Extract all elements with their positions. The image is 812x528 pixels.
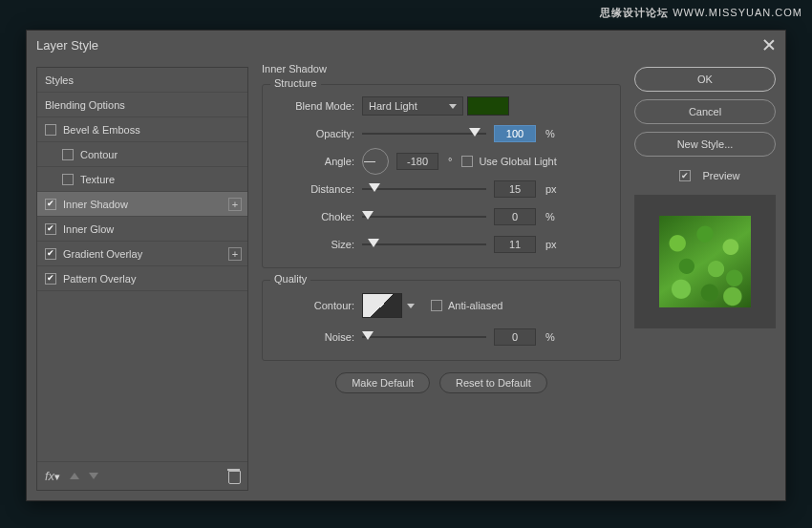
choke-input[interactable]: 0 xyxy=(494,208,536,225)
style-label: Texture xyxy=(80,174,115,185)
trash-icon[interactable] xyxy=(227,469,240,483)
size-slider[interactable] xyxy=(362,238,486,251)
style-row-inner-glow[interactable]: Inner Glow xyxy=(37,217,247,242)
make-default-button[interactable]: Make Default xyxy=(335,372,430,393)
dialog-title: Layer Style xyxy=(36,38,98,53)
style-checkbox[interactable] xyxy=(45,199,56,210)
watermark-url: WWW.MISSYUAN.COM xyxy=(673,7,802,18)
style-label: Blending Options xyxy=(45,99,125,111)
chevron-down-icon xyxy=(407,304,415,308)
preview-row: Preview xyxy=(634,170,776,181)
angle-dial[interactable] xyxy=(362,148,389,175)
style-checkbox[interactable] xyxy=(45,273,56,285)
opacity-label: Opacity: xyxy=(276,128,362,139)
quality-legend: Quality xyxy=(270,273,310,285)
choke-row: Choke: 0 % xyxy=(276,207,607,226)
opacity-input[interactable]: 100 xyxy=(494,125,536,142)
size-input[interactable]: 11 xyxy=(494,236,536,253)
structure-legend: Structure xyxy=(270,77,321,89)
size-label: Size: xyxy=(276,239,362,250)
quality-fieldset: Quality Contour: Anti-aliased Noise: 0 % xyxy=(262,280,621,361)
noise-label: Noise: xyxy=(276,331,362,343)
add-effect-icon[interactable]: + xyxy=(228,198,242,211)
noise-slider[interactable] xyxy=(362,330,486,344)
preview-label: Preview xyxy=(702,170,739,181)
use-global-light-label: Use Global Light xyxy=(479,156,556,167)
add-effect-icon[interactable]: + xyxy=(228,247,242,261)
blend-mode-value: Hard Light xyxy=(369,100,417,112)
cancel-button[interactable]: Cancel xyxy=(634,99,776,124)
style-row-inner-shadow[interactable]: Inner Shadow+ xyxy=(37,192,247,217)
close-icon[interactable] xyxy=(762,38,776,52)
angle-input[interactable]: -180 xyxy=(396,153,438,170)
contour-picker[interactable] xyxy=(362,293,402,318)
settings-panel: Inner Shadow Structure Blend Mode: Hard … xyxy=(258,67,625,491)
blend-mode-row: Blend Mode: Hard Light xyxy=(276,96,607,116)
anti-aliased-label: Anti-aliased xyxy=(448,300,502,311)
chevron-down-icon xyxy=(449,104,457,109)
dialog-body: StylesBlending OptionsBevel & EmbossCont… xyxy=(27,59,785,500)
blend-mode-select[interactable]: Hard Light xyxy=(362,96,463,116)
anti-aliased-checkbox[interactable] xyxy=(431,300,442,311)
right-column: OK Cancel New Style... Preview xyxy=(634,67,776,491)
dialog-titlebar[interactable]: Layer Style xyxy=(27,31,785,59)
style-checkbox[interactable] xyxy=(45,223,56,235)
style-row-gradient-overlay[interactable]: Gradient Overlay+ xyxy=(37,242,247,266)
ok-button[interactable]: OK xyxy=(634,67,776,92)
fx-icon[interactable]: fx▾ xyxy=(45,469,60,483)
preview-thumbnail xyxy=(634,195,776,328)
style-checkbox[interactable] xyxy=(62,174,74,185)
structure-fieldset: Structure Blend Mode: Hard Light Opacity… xyxy=(262,84,621,268)
style-row-bevel-emboss[interactable]: Bevel & Emboss xyxy=(37,117,247,142)
style-row-contour[interactable]: Contour xyxy=(37,142,247,167)
distance-slider[interactable] xyxy=(362,182,486,196)
styles-list: StylesBlending OptionsBevel & EmbossCont… xyxy=(37,68,247,461)
angle-unit: ° xyxy=(448,156,452,167)
distance-input[interactable]: 15 xyxy=(494,180,536,198)
shadow-color-swatch[interactable] xyxy=(467,96,509,116)
choke-unit: % xyxy=(545,211,555,222)
style-label: Inner Glow xyxy=(63,223,114,235)
noise-unit: % xyxy=(545,331,555,343)
noise-row: Noise: 0 % xyxy=(276,327,607,347)
layer-style-dialog: Layer Style StylesBlending OptionsBevel … xyxy=(26,30,786,501)
opacity-unit: % xyxy=(545,128,555,139)
new-style-button[interactable]: New Style... xyxy=(634,132,776,157)
style-row-styles[interactable]: Styles xyxy=(37,68,247,93)
opacity-slider[interactable] xyxy=(362,127,486,140)
style-label: Pattern Overlay xyxy=(63,273,136,285)
style-label: Inner Shadow xyxy=(63,199,128,210)
choke-slider[interactable] xyxy=(362,210,486,223)
defaults-row: Make Default Reset to Default xyxy=(262,372,621,393)
choke-label: Choke: xyxy=(276,211,362,222)
style-checkbox[interactable] xyxy=(62,149,74,160)
preview-image xyxy=(659,216,751,307)
contour-row: Contour: Anti-aliased xyxy=(276,292,607,319)
use-global-light-checkbox[interactable] xyxy=(461,156,473,167)
styles-footer: fx▾ xyxy=(37,461,247,490)
style-label: Styles xyxy=(45,74,74,86)
opacity-row: Opacity: 100 % xyxy=(276,124,607,143)
style-checkbox[interactable] xyxy=(45,248,56,260)
blend-mode-label: Blend Mode: xyxy=(276,100,362,112)
watermark-cn: 思缘设计论坛 xyxy=(600,7,669,18)
style-row-pattern-overlay[interactable]: Pattern Overlay xyxy=(37,266,247,291)
angle-row: Angle: -180 ° Use Global Light xyxy=(276,152,607,171)
styles-panel: StylesBlending OptionsBevel & EmbossCont… xyxy=(36,67,248,491)
style-checkbox[interactable] xyxy=(45,124,56,136)
page-watermark: 思缘设计论坛 WWW.MISSYUAN.COM xyxy=(600,6,802,20)
preview-checkbox[interactable] xyxy=(679,170,691,181)
noise-input[interactable]: 0 xyxy=(494,328,536,346)
contour-label: Contour: xyxy=(276,300,362,311)
style-label: Bevel & Emboss xyxy=(63,124,140,136)
style-label: Contour xyxy=(80,149,118,160)
distance-unit: px xyxy=(545,183,557,195)
style-label: Gradient Overlay xyxy=(63,248,142,260)
panel-title: Inner Shadow xyxy=(262,63,327,74)
style-row-blending-options[interactable]: Blending Options xyxy=(37,93,247,117)
size-row: Size: 11 px xyxy=(276,235,607,254)
arrow-up-icon[interactable] xyxy=(70,473,79,479)
arrow-down-icon[interactable] xyxy=(89,473,98,479)
style-row-texture[interactable]: Texture xyxy=(37,167,247,192)
reset-default-button[interactable]: Reset to Default xyxy=(439,372,547,393)
